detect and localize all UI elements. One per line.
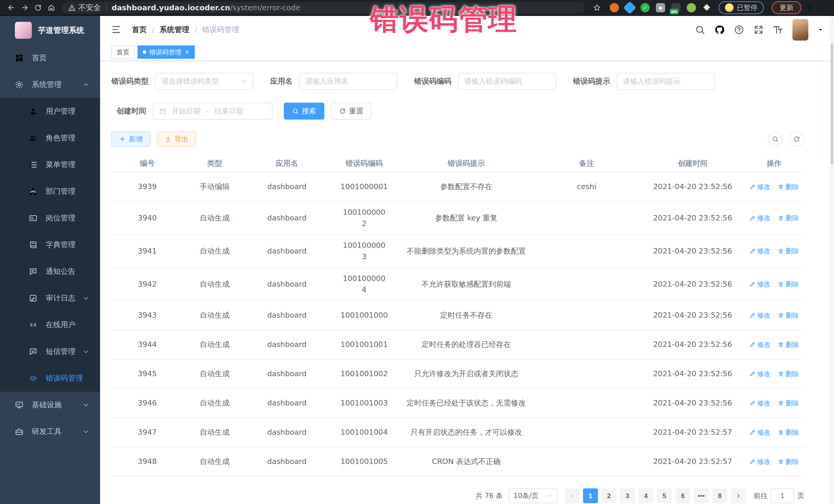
add-button[interactable]: 新增 xyxy=(111,131,150,147)
app-logo[interactable]: 芋道管理系统 xyxy=(0,16,100,45)
sidebar-item-home[interactable]: 首页 xyxy=(0,45,100,71)
cell-type: 自动生成 xyxy=(183,305,246,326)
edit-link[interactable]: 修改 xyxy=(749,369,771,379)
bookmark-star-icon[interactable] xyxy=(590,2,603,14)
sidebar-toggle-icon[interactable] xyxy=(110,24,122,36)
show-search-button[interactable] xyxy=(768,132,783,147)
extension-green[interactable] xyxy=(687,3,696,12)
browser-update-button[interactable]: 更新 xyxy=(772,1,802,14)
help-icon[interactable] xyxy=(734,25,744,35)
create-time-range-picker[interactable]: 开始日期 - 结束日期 xyxy=(153,103,272,119)
delete-link[interactable]: 删除 xyxy=(778,398,799,408)
sidebar-item-user[interactable]: 用户管理 xyxy=(0,98,100,125)
delete-link[interactable]: 删除 xyxy=(778,310,799,321)
edit-link[interactable]: 修改 xyxy=(749,428,771,438)
delete-link[interactable]: 删除 xyxy=(778,279,799,289)
delete-link[interactable]: 删除 xyxy=(778,213,799,223)
sidebar-item-post[interactable]: 岗位管理 xyxy=(0,205,100,232)
edit-link[interactable]: 修改 xyxy=(749,310,771,321)
goto-page-input[interactable] xyxy=(771,488,794,503)
extension-green-check[interactable]: ✓ xyxy=(640,3,650,12)
delete-link[interactable]: 删除 xyxy=(778,340,799,350)
error-code-input[interactable] xyxy=(458,73,556,90)
pager-page-1[interactable]: 1 xyxy=(583,488,598,503)
delete-link[interactable]: 删除 xyxy=(778,369,799,379)
cell-msg: 定时任务的处理器已经存在 xyxy=(400,334,532,355)
tab-错误码管理[interactable]: 错误码管理 xyxy=(137,45,195,59)
pager-page-8[interactable]: 8 xyxy=(712,488,727,503)
breadcrumb-item[interactable]: 系统管理 xyxy=(160,25,190,35)
search-button[interactable]: 搜索 xyxy=(284,103,324,119)
browser-menu-icon[interactable] xyxy=(803,2,816,14)
list-icon xyxy=(29,160,38,169)
sidebar-item-infra[interactable]: 基础设施 xyxy=(0,392,100,418)
audit-icon xyxy=(29,294,38,303)
edit-link[interactable]: 修改 xyxy=(749,279,771,289)
scrollbar-thumb[interactable] xyxy=(831,44,833,164)
profile-paused-badge[interactable]: 已暂停 xyxy=(719,1,764,14)
delete-link[interactable]: 删除 xyxy=(778,246,799,256)
pager-page-3[interactable]: 3 xyxy=(620,488,635,503)
extension-blue-gem[interactable] xyxy=(623,1,636,14)
edit-link[interactable]: 修改 xyxy=(749,246,771,256)
sidebar-item-online[interactable]: 在线用户 xyxy=(0,311,100,338)
user-avatar[interactable] xyxy=(792,19,808,41)
sidebar-item-dict[interactable]: 字典管理 xyxy=(0,232,100,258)
extension-on-badge[interactable]: on xyxy=(671,3,681,12)
fullscreen-icon[interactable] xyxy=(753,25,764,35)
font-size-icon[interactable] xyxy=(773,25,783,35)
breadcrumb-item[interactable]: 首页 xyxy=(132,25,147,35)
cell-id: 3946 xyxy=(111,392,183,414)
sidebar-item-notice[interactable]: 通知公告 xyxy=(0,258,100,285)
sidebar-item-menu[interactable]: 菜单管理 xyxy=(0,151,100,178)
sidebar-item-dept[interactable]: 部门管理 xyxy=(0,178,100,205)
extension-orange[interactable] xyxy=(610,3,619,12)
pager-ellipsis[interactable]: ••• xyxy=(694,488,709,503)
page-content: 错误码类型 请选择错误码类型 应用名 错误码编码 错误码提示 xyxy=(100,61,834,503)
edit-link[interactable]: 修改 xyxy=(749,340,771,350)
extension-grid[interactable]: ◆ xyxy=(656,3,665,12)
close-icon[interactable] xyxy=(184,49,190,54)
error-type-select[interactable]: 请选择错误码类型 xyxy=(155,73,253,90)
trash-icon xyxy=(778,184,784,190)
header-search-icon[interactable] xyxy=(695,25,705,35)
pager-page-2[interactable]: 2 xyxy=(601,488,616,503)
sidebar-item-role[interactable]: 角色管理 xyxy=(0,125,100,151)
pencil-icon xyxy=(749,371,755,377)
refresh-table-button[interactable] xyxy=(789,132,804,147)
column-header: 备注 xyxy=(532,158,641,169)
edit-link[interactable]: 修改 xyxy=(749,213,771,223)
avatar-caret-icon[interactable] xyxy=(817,27,824,33)
browser-back-button[interactable] xyxy=(5,2,18,14)
sidebar-item-errcode[interactable]: 错误码管理 xyxy=(0,365,100,392)
pager-page-4[interactable]: 4 xyxy=(638,488,653,503)
sidebar-item-audit[interactable]: 审计日志 xyxy=(0,285,100,311)
error-msg-input[interactable] xyxy=(617,73,715,90)
pager-page-5[interactable]: 5 xyxy=(657,488,672,503)
delete-link[interactable]: 删除 xyxy=(778,182,799,192)
pager-prev-button[interactable] xyxy=(565,488,579,503)
browser-reload-button[interactable] xyxy=(31,2,45,14)
vertical-scrollbar[interactable] xyxy=(830,16,834,504)
sidebar-item-system[interactable]: 系统管理 xyxy=(0,71,100,98)
security-label: 不安全 xyxy=(79,3,101,13)
pager-next-button[interactable] xyxy=(731,488,746,503)
edit-link[interactable]: 修改 xyxy=(749,182,771,192)
table-row: 3944 自动生成 dashboard 1001001001 定时任务的处理器已… xyxy=(111,330,804,359)
delete-link[interactable]: 删除 xyxy=(778,428,799,438)
sidebar-item-devtool[interactable]: 研发工具 xyxy=(0,418,100,445)
page-size-select[interactable]: 10条/页 xyxy=(508,488,557,503)
extensions-puzzle[interactable] xyxy=(702,3,711,12)
sidebar-item-sms[interactable]: 短信管理 xyxy=(0,338,100,365)
browser-home-button[interactable] xyxy=(45,2,58,14)
app-name-input[interactable] xyxy=(299,73,397,90)
edit-link[interactable]: 修改 xyxy=(749,398,771,408)
delete-link[interactable]: 删除 xyxy=(778,457,799,467)
browser-forward-button[interactable] xyxy=(18,2,31,14)
tab-首页[interactable]: 首页 xyxy=(111,45,134,59)
github-icon[interactable] xyxy=(715,25,725,35)
reset-button[interactable]: 重置 xyxy=(331,103,372,119)
export-button[interactable]: 导出 xyxy=(157,131,196,147)
edit-link[interactable]: 修改 xyxy=(749,457,771,467)
pager-page-6[interactable]: 6 xyxy=(675,488,690,503)
